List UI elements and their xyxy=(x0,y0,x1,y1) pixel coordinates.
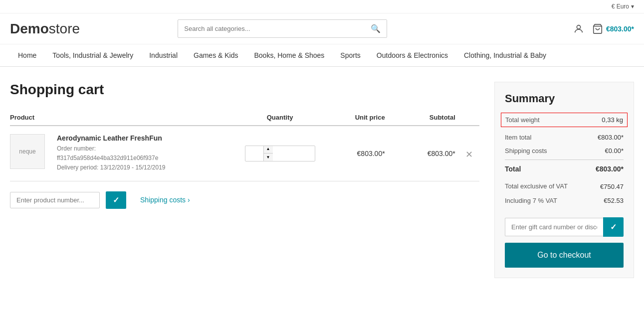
top-bar: € Euro ▾ xyxy=(0,0,644,13)
user-icon xyxy=(573,23,584,34)
cart-bottom: Shipping costs › xyxy=(10,191,479,209)
order-label: Order number: xyxy=(57,145,96,152)
search-input[interactable] xyxy=(178,21,365,36)
logo-rest: store xyxy=(49,21,80,36)
quantity-arrows: ▲ ▼ xyxy=(263,146,273,161)
summary-label-item-total: Item total xyxy=(505,134,531,141)
gift-card-row xyxy=(505,217,624,237)
quantity-up-button[interactable]: ▲ xyxy=(264,146,273,154)
summary-row-total-weight: Total weight 0,33 kg xyxy=(501,113,628,127)
add-product-button[interactable] xyxy=(106,191,126,209)
summary-label-total: Total xyxy=(505,165,521,173)
summary-title: Summary xyxy=(505,92,624,105)
product-meta: Order number: ff317d5a958d4e4ba332d911e0… xyxy=(57,144,165,173)
checkmark-icon xyxy=(113,196,119,204)
main-content: Shopping cart Product Quantity Unit pric… xyxy=(0,67,644,293)
user-account-button[interactable] xyxy=(573,23,584,34)
summary-value-shipping: €0.00* xyxy=(605,147,624,155)
shipping-costs-link[interactable]: Shipping costs › xyxy=(140,196,190,204)
cart-price: €803.00* xyxy=(606,25,634,33)
product-image: neque xyxy=(10,134,45,169)
currency-selector[interactable]: € Euro ▾ xyxy=(612,3,634,10)
header: Demostore 🔍 €803.00* xyxy=(0,13,644,44)
summary-value-item-total: €803.00* xyxy=(598,134,624,141)
summary-label-excl-vat: Total exclusive of VAT xyxy=(505,182,568,191)
header-actions: €803.00* xyxy=(573,23,634,34)
navigation: Home Tools, Industrial & Jewelry Industr… xyxy=(0,44,644,67)
nav-item-industrial[interactable]: Industrial xyxy=(141,44,186,66)
quantity-input[interactable]: 1 xyxy=(245,148,263,159)
nav-item-clothing[interactable]: Clothing, Industrial & Baby xyxy=(456,44,554,66)
cart-section: Shopping cart Product Quantity Unit pric… xyxy=(10,82,479,278)
col-product: Product xyxy=(10,110,245,126)
remove-item-button[interactable]: ✕ xyxy=(465,149,473,160)
product-details: Aerodynamic Leather FreshFun Order numbe… xyxy=(57,134,165,173)
search-button[interactable]: 🔍 xyxy=(365,20,387,37)
summary-box: Summary Total weight 0,33 kg Item total … xyxy=(494,82,634,278)
arrow-right-icon: › xyxy=(188,196,190,204)
currency-chevron-icon: ▾ xyxy=(631,3,634,10)
nav-item-sports[interactable]: Sports xyxy=(332,44,368,66)
summary-row-total: Total €803.00* xyxy=(505,159,624,176)
cart-button[interactable]: €803.00* xyxy=(592,23,634,34)
summary-value-total: €803.00* xyxy=(596,165,624,173)
nav-item-home[interactable]: Home xyxy=(10,44,44,66)
search-bar: 🔍 xyxy=(178,19,387,38)
product-number-input[interactable] xyxy=(10,192,100,208)
nav-item-tools[interactable]: Tools, Industrial & Jewelry xyxy=(44,44,141,66)
col-quantity: Quantity xyxy=(245,110,315,126)
summary-value-vat: €52.53 xyxy=(604,197,624,204)
table-row: neque Aerodynamic Leather FreshFun Order… xyxy=(10,126,479,181)
unit-price: €803.00* xyxy=(357,150,385,157)
logo[interactable]: Demostore xyxy=(10,21,80,37)
order-number: ff317d5a958d4e4ba332d911e06f937e xyxy=(57,155,158,161)
summary-row-shipping: Shipping costs €0.00* xyxy=(505,144,624,157)
col-subtotal: Subtotal xyxy=(395,110,465,126)
quantity-control: 1 ▲ ▼ xyxy=(245,146,315,161)
shipping-costs-label: Shipping costs xyxy=(140,196,186,204)
nav-item-games[interactable]: Games & Kids xyxy=(186,44,246,66)
summary-row-excl-vat: Total exclusive of VAT €750.47 xyxy=(505,179,624,194)
checkout-button[interactable]: Go to checkout xyxy=(505,243,624,268)
cart-title: Shopping cart xyxy=(10,82,479,98)
cart-table: Product Quantity Unit price Subtotal neq… xyxy=(10,110,479,181)
gift-card-apply-button[interactable] xyxy=(603,217,624,237)
subtotal-price: €803.00* xyxy=(428,150,455,157)
logo-bold: Demo xyxy=(10,21,49,36)
gift-checkmark-icon xyxy=(610,223,617,231)
cart-icon xyxy=(592,23,603,34)
summary-value-total-weight: 0,33 kg xyxy=(602,116,623,124)
svg-point-0 xyxy=(577,25,580,28)
summary-value-excl-vat: €750.47 xyxy=(600,183,624,190)
nav-item-books[interactable]: Books, Home & Shoes xyxy=(246,44,333,66)
delivery-period: Delivery period: 13/12/2019 - 15/12/2019 xyxy=(57,164,165,171)
summary-label-shipping: Shipping costs xyxy=(505,147,547,155)
summary-section: Summary Total weight 0,33 kg Item total … xyxy=(494,82,634,278)
gift-card-input[interactable] xyxy=(505,218,603,236)
quantity-down-button[interactable]: ▼ xyxy=(264,154,273,161)
search-icon: 🔍 xyxy=(371,24,381,33)
summary-label-vat: Including 7 % VAT xyxy=(505,197,557,204)
summary-row-vat: Including 7 % VAT €52.53 xyxy=(505,194,624,207)
summary-label-total-weight: Total weight xyxy=(505,116,540,124)
nav-item-outdoors[interactable]: Outdoors & Electronics xyxy=(369,44,456,66)
col-unit-price: Unit price xyxy=(315,110,395,126)
product-info: neque Aerodynamic Leather FreshFun Order… xyxy=(10,134,245,173)
product-name: Aerodynamic Leather FreshFun xyxy=(57,134,165,142)
summary-row-item-total: Item total €803.00* xyxy=(505,131,624,144)
currency-label: € Euro xyxy=(612,3,629,10)
